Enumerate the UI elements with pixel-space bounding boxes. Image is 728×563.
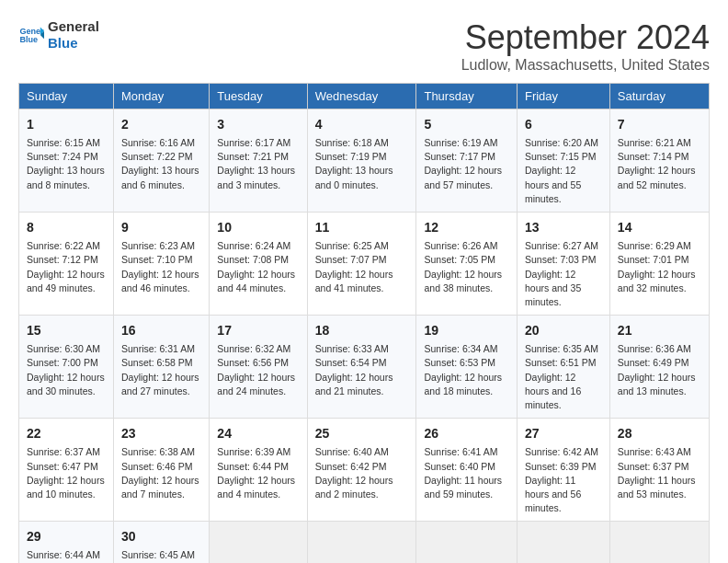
day-cell: 22Sunrise: 6:37 AMSunset: 6:47 PMDayligh…	[19, 419, 114, 522]
day-number: 10	[217, 218, 299, 237]
day-detail: Sunrise: 6:19 AMSunset: 7:17 PMDaylight:…	[424, 136, 509, 192]
svg-text:Blue: Blue	[19, 35, 38, 44]
day-cell: 14Sunrise: 6:29 AMSunset: 7:01 PMDayligh…	[609, 213, 709, 316]
header-cell-friday: Friday	[517, 84, 609, 109]
logo-icon: General Blue	[18, 22, 44, 48]
week-row-2: 8Sunrise: 6:22 AMSunset: 7:12 PMDaylight…	[19, 213, 710, 316]
day-number: 15	[27, 321, 106, 340]
day-cell: 2Sunrise: 6:16 AMSunset: 7:22 PMDaylight…	[113, 109, 209, 213]
day-detail: Sunrise: 6:39 AMSunset: 6:44 PMDaylight:…	[217, 445, 299, 501]
day-cell: 12Sunrise: 6:26 AMSunset: 7:05 PMDayligh…	[416, 213, 518, 316]
day-cell: 24Sunrise: 6:39 AMSunset: 6:44 PMDayligh…	[210, 419, 307, 522]
day-detail: Sunrise: 6:20 AMSunset: 7:15 PMDaylight:…	[525, 136, 602, 206]
day-number: 12	[424, 218, 509, 237]
day-detail: Sunrise: 6:36 AMSunset: 6:49 PMDaylight:…	[618, 342, 701, 398]
day-cell: 16Sunrise: 6:31 AMSunset: 6:58 PMDayligh…	[113, 316, 209, 419]
day-detail: Sunrise: 6:15 AMSunset: 7:24 PMDaylight:…	[27, 136, 106, 192]
day-cell: 11Sunrise: 6:25 AMSunset: 7:07 PMDayligh…	[307, 213, 416, 316]
header-cell-sunday: Sunday	[19, 84, 114, 109]
day-number: 21	[618, 321, 701, 340]
title-block: September 2024 Ludlow, Massachusetts, Un…	[461, 18, 710, 74]
month-title: September 2024	[461, 18, 710, 57]
day-number: 24	[217, 424, 299, 443]
day-number: 19	[424, 321, 509, 340]
day-number: 4	[315, 115, 409, 134]
header: General Blue GeneralBlue September 2024 …	[18, 18, 710, 74]
day-cell: 7Sunrise: 6:21 AMSunset: 7:14 PMDaylight…	[609, 109, 709, 213]
day-cell	[210, 522, 307, 563]
header-cell-monday: Monday	[113, 84, 209, 109]
day-number: 13	[525, 218, 602, 237]
week-row-1: 1Sunrise: 6:15 AMSunset: 7:24 PMDaylight…	[19, 109, 710, 213]
day-cell	[416, 522, 518, 563]
logo: General Blue GeneralBlue	[18, 18, 99, 52]
week-row-4: 22Sunrise: 6:37 AMSunset: 6:47 PMDayligh…	[19, 419, 710, 522]
day-cell: 13Sunrise: 6:27 AMSunset: 7:03 PMDayligh…	[517, 213, 609, 316]
day-detail: Sunrise: 6:18 AMSunset: 7:19 PMDaylight:…	[315, 136, 409, 192]
day-detail: Sunrise: 6:33 AMSunset: 6:54 PMDaylight:…	[315, 342, 409, 398]
day-detail: Sunrise: 6:35 AMSunset: 6:51 PMDaylight:…	[525, 342, 602, 412]
day-cell: 18Sunrise: 6:33 AMSunset: 6:54 PMDayligh…	[307, 316, 416, 419]
day-cell: 26Sunrise: 6:41 AMSunset: 6:40 PMDayligh…	[416, 419, 518, 522]
day-number: 17	[217, 321, 299, 340]
day-number: 30	[121, 527, 201, 546]
day-cell: 28Sunrise: 6:43 AMSunset: 6:37 PMDayligh…	[609, 419, 709, 522]
day-cell: 9Sunrise: 6:23 AMSunset: 7:10 PMDaylight…	[113, 213, 209, 316]
day-cell: 10Sunrise: 6:24 AMSunset: 7:08 PMDayligh…	[210, 213, 307, 316]
day-detail: Sunrise: 6:25 AMSunset: 7:07 PMDaylight:…	[315, 239, 409, 295]
day-number: 27	[525, 424, 602, 443]
day-detail: Sunrise: 6:23 AMSunset: 7:10 PMDaylight:…	[121, 239, 201, 295]
day-detail: Sunrise: 6:16 AMSunset: 7:22 PMDaylight:…	[121, 136, 201, 192]
header-cell-saturday: Saturday	[609, 84, 709, 109]
day-cell	[609, 522, 709, 563]
day-detail: Sunrise: 6:34 AMSunset: 6:53 PMDaylight:…	[424, 342, 509, 398]
week-row-3: 15Sunrise: 6:30 AMSunset: 7:00 PMDayligh…	[19, 316, 710, 419]
day-number: 7	[618, 115, 701, 134]
header-cell-wednesday: Wednesday	[307, 84, 416, 109]
day-cell: 8Sunrise: 6:22 AMSunset: 7:12 PMDaylight…	[19, 213, 114, 316]
calendar-table: SundayMondayTuesdayWednesdayThursdayFrid…	[18, 83, 710, 563]
day-cell	[307, 522, 416, 563]
day-number: 9	[121, 218, 201, 237]
day-number: 22	[27, 424, 106, 443]
day-detail: Sunrise: 6:31 AMSunset: 6:58 PMDaylight:…	[121, 342, 201, 398]
day-number: 18	[315, 321, 409, 340]
day-cell: 29Sunrise: 6:44 AMSunset: 6:35 PMDayligh…	[19, 522, 114, 563]
day-number: 14	[618, 218, 701, 237]
day-cell: 21Sunrise: 6:36 AMSunset: 6:49 PMDayligh…	[609, 316, 709, 419]
day-detail: Sunrise: 6:21 AMSunset: 7:14 PMDaylight:…	[618, 136, 701, 192]
day-cell: 5Sunrise: 6:19 AMSunset: 7:17 PMDaylight…	[416, 109, 518, 213]
day-cell: 23Sunrise: 6:38 AMSunset: 6:46 PMDayligh…	[113, 419, 209, 522]
day-number: 1	[27, 115, 106, 134]
day-cell: 25Sunrise: 6:40 AMSunset: 6:42 PMDayligh…	[307, 419, 416, 522]
day-cell: 15Sunrise: 6:30 AMSunset: 7:00 PMDayligh…	[19, 316, 114, 419]
day-cell: 20Sunrise: 6:35 AMSunset: 6:51 PMDayligh…	[517, 316, 609, 419]
day-cell	[517, 522, 609, 563]
day-number: 2	[121, 115, 201, 134]
day-detail: Sunrise: 6:45 AMSunset: 6:33 PMDaylight:…	[121, 548, 201, 563]
day-detail: Sunrise: 6:42 AMSunset: 6:39 PMDaylight:…	[525, 445, 602, 515]
day-cell: 19Sunrise: 6:34 AMSunset: 6:53 PMDayligh…	[416, 316, 518, 419]
day-cell: 1Sunrise: 6:15 AMSunset: 7:24 PMDaylight…	[19, 109, 114, 213]
week-row-5: 29Sunrise: 6:44 AMSunset: 6:35 PMDayligh…	[19, 522, 710, 563]
day-detail: Sunrise: 6:27 AMSunset: 7:03 PMDaylight:…	[525, 239, 602, 309]
day-detail: Sunrise: 6:17 AMSunset: 7:21 PMDaylight:…	[217, 136, 299, 192]
day-detail: Sunrise: 6:26 AMSunset: 7:05 PMDaylight:…	[424, 239, 509, 295]
day-number: 29	[27, 527, 106, 546]
day-number: 20	[525, 321, 602, 340]
logo-text: GeneralBlue	[48, 18, 99, 52]
day-detail: Sunrise: 6:32 AMSunset: 6:56 PMDaylight:…	[217, 342, 299, 398]
location-title: Ludlow, Massachusetts, United States	[461, 57, 710, 74]
day-detail: Sunrise: 6:24 AMSunset: 7:08 PMDaylight:…	[217, 239, 299, 295]
day-detail: Sunrise: 6:38 AMSunset: 6:46 PMDaylight:…	[121, 445, 201, 501]
day-detail: Sunrise: 6:29 AMSunset: 7:01 PMDaylight:…	[618, 239, 701, 295]
day-cell: 27Sunrise: 6:42 AMSunset: 6:39 PMDayligh…	[517, 419, 609, 522]
day-detail: Sunrise: 6:22 AMSunset: 7:12 PMDaylight:…	[27, 239, 106, 295]
day-number: 16	[121, 321, 201, 340]
day-detail: Sunrise: 6:44 AMSunset: 6:35 PMDaylight:…	[27, 548, 106, 563]
day-cell: 6Sunrise: 6:20 AMSunset: 7:15 PMDaylight…	[517, 109, 609, 213]
header-cell-tuesday: Tuesday	[210, 84, 307, 109]
day-number: 5	[424, 115, 509, 134]
day-cell: 17Sunrise: 6:32 AMSunset: 6:56 PMDayligh…	[210, 316, 307, 419]
day-detail: Sunrise: 6:30 AMSunset: 7:00 PMDaylight:…	[27, 342, 106, 398]
